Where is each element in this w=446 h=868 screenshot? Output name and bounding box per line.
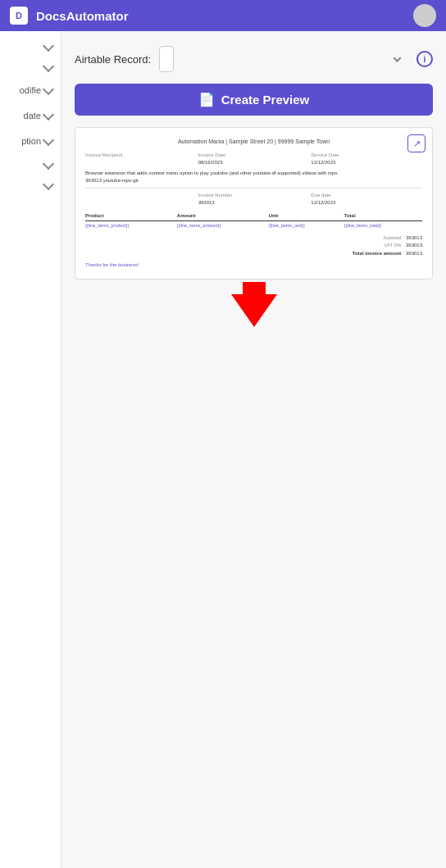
mini-totals: Subtotal 393013 VAT 0% 393013 Total invo… <box>85 234 422 258</box>
mini-table-header-unit: Unit <box>269 211 344 221</box>
red-arrow-icon <box>231 294 277 327</box>
mini-thanks: Thanks for the business! <box>85 261 422 269</box>
mini-vat-row: VAT 0% 393013 <box>85 242 422 250</box>
mini-table-header-total: Total <box>344 211 422 221</box>
chevron-down-icon <box>394 54 402 62</box>
airtable-record-row: Airtable Record: i <box>75 46 433 72</box>
mini-invoice-table: Product Amount Unit Total {{line_items_p… <box>85 211 422 229</box>
user-avatar[interactable] <box>413 4 436 27</box>
mini-amount-cell: {{line_items_amount}} <box>177 220 269 229</box>
mini-table-header-product: Product <box>85 211 177 221</box>
mini-unit-cell: {{line_items_unit}} <box>269 220 344 229</box>
create-preview-button[interactable]: 📄 Create Preview <box>75 84 433 116</box>
sidebar: odifie date ption <box>0 31 61 868</box>
mini-table-header-amount: Amount <box>177 211 269 221</box>
airtable-label: Airtable Record: <box>75 53 151 66</box>
sidebar-item-5[interactable] <box>0 157 61 173</box>
content-area: Airtable Record: i 📄 Create Preview ↗ Au… <box>61 31 446 868</box>
arrow-container <box>75 291 433 330</box>
mini-description: Browser extension that adds context menu… <box>85 170 422 189</box>
document-icon: 📄 <box>198 92 215 107</box>
mini-company-header: Automation Mania | Sample Street 20 | 99… <box>85 138 422 147</box>
mini-total-row: Total invoice amount 393013 <box>85 250 422 258</box>
chevron-down-icon <box>43 40 54 52</box>
airtable-select-wrapper <box>159 46 408 72</box>
create-preview-label: Create Preview <box>221 93 310 107</box>
mini-recipient-label: Invoice Recipient <box>85 152 197 159</box>
mini-date-val: 08/16/2023 <box>198 159 310 166</box>
mini-subtotal-row: Subtotal 393013 <box>85 234 422 243</box>
chevron-down-icon <box>43 134 54 146</box>
mini-invoice-number-row: Invoice Number 393013 Due date 12/12/202… <box>85 192 422 207</box>
sidebar-item-date[interactable]: date <box>0 106 61 126</box>
sidebar-item-1[interactable] <box>0 39 61 55</box>
topbar: D DocsAutomator <box>0 0 446 31</box>
info-icon[interactable]: i <box>416 51 433 67</box>
mini-invoice: Automation Mania | Sample Street 20 | 99… <box>85 138 422 269</box>
mini-service-val: 12/12/2023 <box>311 159 422 166</box>
chevron-down-icon <box>43 157 54 169</box>
airtable-select[interactable] <box>159 46 174 72</box>
sidebar-item-2[interactable] <box>0 60 61 75</box>
mini-total-cell: {{line_items_total}} <box>344 220 422 229</box>
mini-service-label: Service Date <box>311 152 422 159</box>
logo-icon: D <box>10 7 28 25</box>
chevron-down-icon <box>43 178 54 189</box>
chevron-down-icon <box>43 61 54 72</box>
sidebar-item-6[interactable] <box>0 178 61 193</box>
app-title: DocsAutomator <box>36 9 129 23</box>
preview-card: ↗ Automation Mania | Sample Street 20 | … <box>75 127 433 279</box>
mini-date-label: Invoice Date <box>198 152 310 159</box>
table-row: {{line_items_product}} {{line_items_amou… <box>85 220 422 229</box>
sidebar-item-option[interactable]: ption <box>0 131 61 152</box>
sidebar-item-modifier[interactable]: odifie <box>0 80 61 101</box>
chevron-down-icon <box>43 109 54 120</box>
mini-product-cell: {{line_items_product}} <box>85 220 177 229</box>
external-link-icon[interactable]: ↗ <box>407 134 426 152</box>
main-layout: odifie date ption Airtable Record: <box>0 31 446 868</box>
mini-invoice-grid: Invoice Recipient Invoice Date 08/16/202… <box>85 152 422 166</box>
chevron-down-icon <box>43 84 54 95</box>
